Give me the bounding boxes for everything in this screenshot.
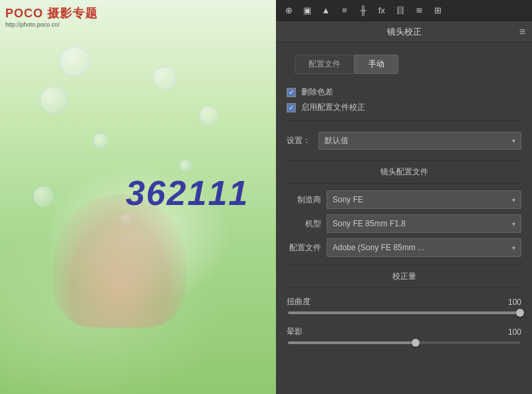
model-arrow-icon: ▾ — [512, 220, 515, 228]
vignette-slider-row: 晕影 100 — [287, 326, 521, 344]
distortion-header: 扭曲度 100 — [287, 296, 521, 307]
panel-title: 镜头校正 — [387, 26, 422, 38]
model-label: 机型 — [287, 218, 321, 230]
vignette-label: 晕影 — [287, 326, 303, 337]
profile-arrow-icon: ▾ — [512, 244, 515, 252]
toolbar-icon-sliders[interactable]: ≋ — [412, 3, 426, 18]
distortion-fill — [288, 311, 520, 314]
bubble-2 — [153, 67, 176, 90]
bubble-4 — [93, 133, 108, 148]
brand-name: POCO 摄影专题 — [5, 5, 98, 21]
bubble-7 — [40, 87, 66, 113]
manufacturer-select[interactable]: Sony FE ▾ — [327, 190, 521, 209]
model-row: 机型 Sony FE 85mm F1.8 ▾ — [287, 214, 521, 233]
vignette-track[interactable] — [288, 341, 520, 344]
slider-section: 校正量 扭曲度 100 晕影 100 — [287, 265, 521, 344]
control-panel: ⊕ ▣ ▲ ≡ ╫ fx 目 ≋ ⊞ 镜头校正 ≡ 配置文件 手动 删除色差 启… — [276, 0, 532, 394]
toolbar-icon-history[interactable]: ⊕ — [281, 3, 296, 18]
correction-title: 校正量 — [287, 265, 521, 288]
settings-value: 默认值 — [325, 135, 348, 146]
manufacturer-value: Sony FE — [332, 195, 363, 204]
toolbar-icon-bars[interactable]: ╫ — [356, 3, 370, 18]
profile-select[interactable]: Adobe (Sony FE 85mm ... ▾ — [327, 238, 521, 257]
settings-arrow-icon: ▾ — [512, 137, 515, 144]
checkbox-remove-fringe-label: 删除色差 — [301, 87, 333, 98]
tab-profile[interactable]: 配置文件 — [295, 55, 354, 74]
panel-menu-icon[interactable]: ≡ — [519, 26, 525, 38]
manufacturer-label: 制造商 — [287, 194, 321, 206]
settings-label: 设置： — [287, 135, 313, 146]
distortion-label: 扭曲度 — [287, 296, 311, 307]
checkbox-section: 删除色差 启用配置文件校正 — [287, 79, 521, 121]
profile-row: 配置文件 Adobe (Sony FE 85mm ... ▾ — [287, 238, 521, 257]
distortion-track[interactable] — [288, 311, 520, 314]
panel-content: 配置文件 手动 删除色差 启用配置文件校正 设置： 默认值 ▾ 镜头配置文件 — [276, 43, 532, 394]
vignette-value: 100 — [501, 327, 521, 337]
photo-panel: POCO 摄影专题 http://photo.poco.cn/ 362111 — [0, 0, 276, 394]
checkbox-remove-fringe-box[interactable] — [287, 88, 296, 97]
toolbar-icon-cal[interactable]: 目 — [393, 3, 408, 18]
watermark-logo: POCO 摄影专题 http://photo.poco.cn/ — [5, 5, 98, 28]
manufacturer-arrow-icon: ▾ — [512, 196, 515, 204]
checkbox-enable-profile[interactable]: 启用配置文件校正 — [287, 100, 521, 115]
manufacturer-row: 制造商 Sony FE ▾ — [287, 190, 521, 209]
checkbox-enable-profile-box[interactable] — [287, 103, 296, 112]
model-value: Sony FE 85mm F1.8 — [332, 219, 406, 228]
vignette-thumb[interactable] — [412, 339, 420, 347]
distortion-value: 100 — [501, 297, 521, 307]
brand-url: http://photo.poco.cn/ — [5, 21, 98, 28]
toolbar: ⊕ ▣ ▲ ≡ ╫ fx 目 ≋ ⊞ — [276, 0, 532, 21]
vignette-fill — [288, 341, 416, 344]
tabs-row: 配置文件 手动 — [287, 49, 521, 79]
checkbox-remove-fringe[interactable]: 删除色差 — [287, 85, 521, 100]
toolbar-icon-fx[interactable]: fx — [374, 3, 389, 18]
hand-area — [53, 194, 186, 327]
watermark-number: 362111 — [126, 173, 249, 213]
distortion-slider-row: 扭曲度 100 — [287, 296, 521, 314]
profile-value: Adobe (Sony FE 85mm ... — [332, 243, 424, 252]
bubble-8 — [180, 160, 192, 172]
bubble-5 — [33, 186, 53, 206]
toolbar-icon-grid[interactable]: ▣ — [300, 3, 315, 18]
profile-label: 配置文件 — [287, 242, 321, 254]
tab-manual[interactable]: 手动 — [354, 55, 398, 74]
checkbox-enable-profile-label: 启用配置文件校正 — [301, 102, 365, 113]
settings-row: 设置： 默认值 ▾ — [287, 128, 521, 154]
toolbar-icon-triangle[interactable]: ▲ — [319, 3, 333, 18]
toolbar-icon-grid2[interactable]: ⊞ — [430, 3, 445, 18]
bubble-1 — [60, 47, 90, 77]
bubble-3 — [200, 106, 218, 125]
distortion-thumb[interactable] — [516, 309, 524, 317]
model-select[interactable]: Sony FE 85mm F1.8 ▾ — [327, 214, 521, 233]
toolbar-icon-list[interactable]: ≡ — [337, 3, 352, 18]
vignette-header: 晕影 100 — [287, 326, 521, 337]
settings-select[interactable]: 默认值 ▾ — [319, 132, 521, 150]
panel-header: 镜头校正 ≡ — [276, 21, 532, 43]
lens-section-title: 镜头配置文件 — [287, 160, 521, 184]
